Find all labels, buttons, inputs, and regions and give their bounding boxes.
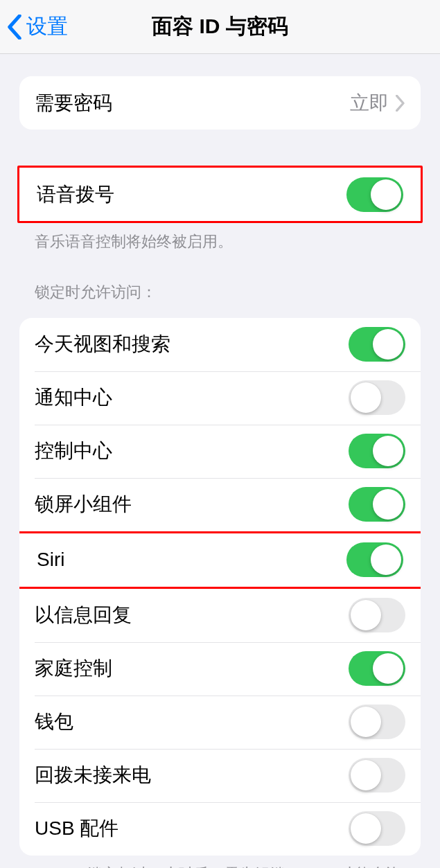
value-text: 立即 xyxy=(350,90,389,116)
row-label: 家庭控制 xyxy=(35,655,112,682)
content: 需要密码 立即 语音拨号 音乐语音控制将始终被启用。 锁定时允许访问： 今天视图… xyxy=(0,76,440,868)
row-label: 需要密码 xyxy=(35,90,112,116)
list-item: Siri xyxy=(19,533,421,587)
row-voice-dial: 语音拨号 xyxy=(19,168,421,221)
group-voice-dial: 语音拨号 xyxy=(17,166,423,223)
navbar: 设置 面容 ID 与密码 xyxy=(0,0,440,54)
list-item: 控制中心 xyxy=(19,425,421,478)
chevron-left-icon xyxy=(7,15,22,39)
list-item: 通知中心 xyxy=(19,371,421,425)
row-label: 以信息回复 xyxy=(35,602,132,628)
toggle[interactable] xyxy=(349,487,405,522)
list-item: 锁屏小组件 xyxy=(19,478,421,531)
highlight-box: Siri xyxy=(19,531,421,589)
back-label: 设置 xyxy=(26,12,68,41)
row-require-passcode[interactable]: 需要密码 立即 xyxy=(19,76,421,130)
voice-dial-footer: 音乐语音控制将始终被启用。 xyxy=(19,223,421,253)
row-value: 立即 xyxy=(350,90,405,116)
back-button[interactable]: 设置 xyxy=(0,12,68,41)
toggle[interactable] xyxy=(349,327,405,362)
toggle[interactable] xyxy=(349,380,405,415)
list-item: 钱包 xyxy=(19,696,421,749)
toggle[interactable] xyxy=(349,651,405,686)
row-label: 控制中心 xyxy=(35,438,112,464)
toggle[interactable] xyxy=(346,542,403,577)
toggle[interactable] xyxy=(349,705,405,739)
row-label: 通知中心 xyxy=(35,384,112,411)
list-item: 回拨未接来电 xyxy=(19,749,421,802)
list-item: 以信息回复 xyxy=(19,589,421,642)
toggle[interactable] xyxy=(349,434,405,468)
row-label: 今天视图和搜索 xyxy=(35,331,170,357)
list-item: 家庭控制 xyxy=(19,642,421,696)
row-label: Siri xyxy=(37,549,64,571)
row-label: 锁屏小组件 xyxy=(35,491,132,517)
group-require-passcode: 需要密码 立即 xyxy=(19,76,421,130)
lock-access-header: 锁定时允许访问： xyxy=(19,253,421,311)
toggle[interactable] xyxy=(349,811,405,846)
toggle[interactable] xyxy=(349,598,405,632)
group-lock-access: 今天视图和搜索通知中心控制中心锁屏小组件Siri以信息回复家庭控制钱包回拨未接来… xyxy=(19,318,421,856)
toggle[interactable] xyxy=(349,758,405,792)
row-label: 回拨未接来电 xyxy=(35,762,151,788)
row-label: 钱包 xyxy=(35,709,73,735)
row-label: USB 配件 xyxy=(35,815,118,842)
chevron-right-icon xyxy=(396,95,405,112)
list-item: USB 配件 xyxy=(19,802,421,856)
row-label: 语音拨号 xyxy=(37,181,114,208)
lock-access-footer: iPhone 锁定超过一小时后，需先解锁 iPhone 才能允许 USB 配件连… xyxy=(19,856,421,868)
list-item: 今天视图和搜索 xyxy=(19,318,421,371)
toggle-voice-dial[interactable] xyxy=(346,177,403,212)
